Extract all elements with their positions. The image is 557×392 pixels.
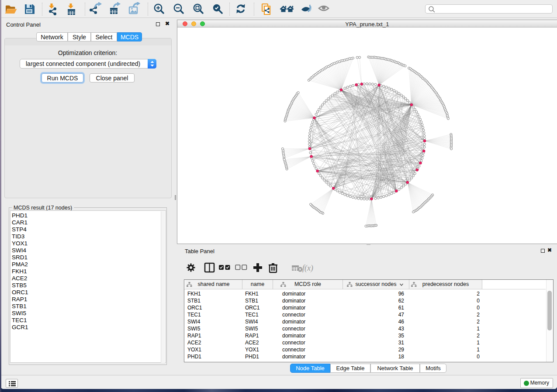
- svg-text:f(x): f(x): [302, 264, 313, 273]
